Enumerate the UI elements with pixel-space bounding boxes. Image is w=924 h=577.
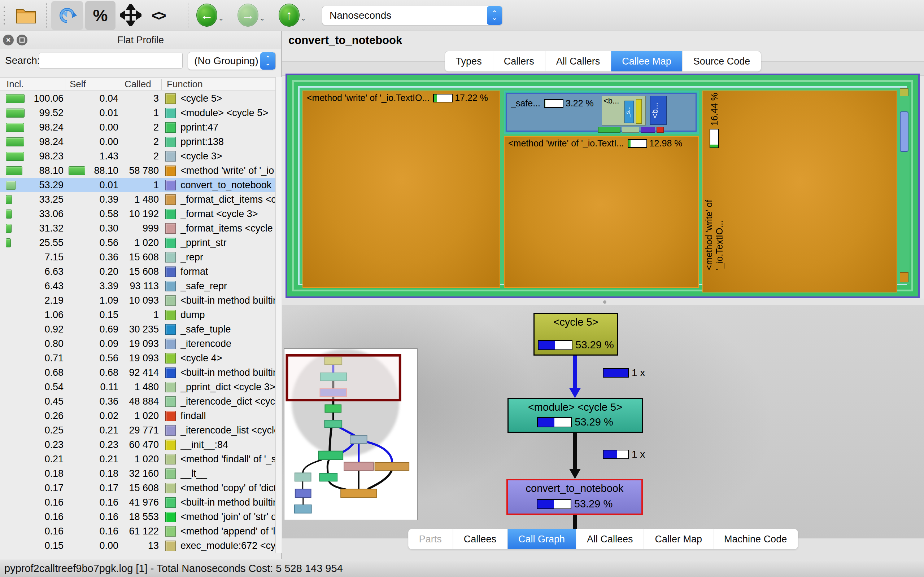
treemap-block-strip-green[interactable]	[598, 127, 620, 133]
tab-callee-map[interactable]: Callee Map	[611, 51, 682, 71]
treemap-block-s[interactable]: _s...	[624, 101, 634, 123]
back-button[interactable]: ← ⌄	[196, 3, 224, 27]
tab-callers[interactable]: Callers	[493, 51, 545, 71]
table-row[interactable]: 0.160.1641 976<built-in method builtin	[0, 495, 275, 509]
tab-call-graph[interactable]: Call Graph	[507, 529, 576, 549]
open-file-button[interactable]	[15, 3, 37, 27]
minimap-viewport[interactable]	[287, 355, 400, 400]
tab-types[interactable]: Types	[445, 51, 493, 71]
table-row[interactable]: 0.250.2129 771_iterencode_list <cycle	[0, 423, 275, 437]
forward-button[interactable]: → ⌄	[237, 3, 265, 27]
table-row[interactable]: 0.160.1618 553<method 'join' of 'str' o	[0, 509, 275, 524]
tab-parts[interactable]: Parts	[408, 529, 452, 549]
search-input[interactable]	[39, 53, 183, 69]
graph-node-module-cycle5[interactable]: <module> <cycle 5> 53.29 %	[507, 398, 643, 433]
treemap-block-write-left[interactable]: <method 'write' of '_io.TextIO... 17.22 …	[302, 90, 500, 288]
search-row: Search: (No Grouping) ⌃⌄	[0, 49, 281, 72]
minimap-node	[344, 462, 373, 471]
treemap-block-strip-pale[interactable]	[622, 127, 639, 133]
called-value: 4	[115, 553, 159, 553]
treemap-cost-bar	[433, 94, 452, 102]
table-row[interactable]: 88.1088.1058 780<method 'write' of '_io.…	[0, 163, 275, 178]
function-detail-panel: convert_to_notebook TypesCallersAll Call…	[282, 31, 924, 559]
table-row[interactable]: 0.150.0013exec_module:672 <cycl	[0, 538, 275, 553]
up-button[interactable]: ↑ ⌄	[279, 3, 307, 27]
treemap-group-safe[interactable]: _safe... 3.22 % <b... _s... <b...	[504, 90, 699, 134]
table-row[interactable]: 0.260.021 020findall	[0, 409, 275, 423]
table-row[interactable]: 0.170.1715 608<method 'copy' of 'dict	[0, 481, 275, 495]
relative-percent-toggle[interactable]: %	[85, 1, 115, 30]
table-row[interactable]: 98.240.002pprint:47	[0, 120, 275, 134]
table-row[interactable]: 0.680.6892 414<built-in method builtin	[0, 365, 275, 380]
table-row[interactable]: 25.550.561 020_pprint_str	[0, 235, 275, 250]
treemap-strip-column[interactable]	[899, 88, 909, 284]
table-row[interactable]: 1.060.151dump	[0, 308, 275, 322]
table-row[interactable]: 53.290.011convert_to_notebook	[0, 178, 275, 192]
grouping-select[interactable]: (No Grouping) ⌃⌄	[188, 52, 276, 70]
treemap-block-strip-red[interactable]	[657, 127, 664, 133]
status-text: pyprof2calltreef9bo7pgk.log [1] - Total …	[4, 560, 343, 577]
treemap-block-write-right[interactable]: 16.44 % <method 'write' of '_io.TextIO..…	[703, 90, 897, 292]
table-row[interactable]: 0.450.3648 884_iterencode_dict <cycle	[0, 394, 275, 409]
shorten-templates-toggle[interactable]: <>	[152, 3, 181, 28]
table-row[interactable]: 6.433.3993 113_safe_repr	[0, 279, 275, 293]
col-called[interactable]: Called	[124, 77, 151, 90]
col-incl[interactable]: Incl.	[6, 77, 24, 90]
table-row[interactable]: 0.210.211 020<method 'findall' of '_sr	[0, 452, 275, 466]
table-row[interactable]: 33.060.5810 192_format <cycle 3>	[0, 206, 275, 221]
table-header[interactable]: Incl. Self Called Function	[0, 77, 275, 91]
relative-to-parent-toggle[interactable]	[120, 4, 142, 26]
function-type-icon	[165, 483, 176, 493]
forward-dropdown-chevron[interactable]: ⌄	[259, 14, 265, 27]
graph-node-convert-to-notebook[interactable]: convert_to_notebook 53.29 %	[506, 479, 643, 515]
table-row[interactable]: 98.240.002pprint:138	[0, 134, 275, 149]
table-row[interactable]: 0.150.004	[0, 553, 275, 553]
table-row[interactable]: 7.150.3615 608_repr	[0, 250, 275, 264]
back-dropdown-chevron[interactable]: ⌄	[218, 14, 224, 27]
table-row[interactable]: 0.180.1832 160__lt__	[0, 466, 275, 481]
tab-all-callers[interactable]: All Callers	[545, 51, 611, 71]
treemap-strip-handle[interactable]	[900, 111, 908, 152]
table-row[interactable]: 99.520.011<module> <cycle 5>	[0, 106, 275, 120]
table-row[interactable]: 33.250.391 480_format_dict_items <cy	[0, 192, 275, 206]
cycle-detection-button[interactable]	[51, 1, 83, 30]
treemap-block-builtin[interactable]: <b... _s...	[602, 96, 646, 126]
call-graph-minimap[interactable]	[284, 348, 418, 520]
treemap-block-b2[interactable]: <b...	[650, 96, 667, 125]
splitter[interactable]	[282, 298, 924, 305]
treemap-block-yellow[interactable]	[636, 99, 642, 124]
col-self[interactable]: Self	[69, 77, 86, 90]
tab-callees[interactable]: Callees	[452, 529, 507, 549]
table-row[interactable]: 0.800.0919 093_iterencode	[0, 337, 275, 351]
close-icon: ✕	[6, 36, 11, 44]
col-function[interactable]: Function	[167, 77, 203, 90]
table-row[interactable]: 0.920.6930 235_safe_tuple	[0, 322, 275, 337]
table-row[interactable]: 0.160.1661 122<method 'append' of 'li	[0, 524, 275, 538]
table-row[interactable]: 2.191.0910 093<built-in method builtin	[0, 293, 275, 308]
graph-node-cycle5[interactable]: <cycle 5> 53.29 %	[533, 313, 618, 356]
table-row[interactable]: 0.230.2360 470__init__:84	[0, 437, 275, 452]
up-dropdown-chevron[interactable]: ⌄	[300, 14, 307, 27]
detach-panel-button[interactable]	[16, 35, 27, 45]
function-type-icon	[165, 166, 176, 176]
tab-caller-map[interactable]: Caller Map	[644, 529, 713, 549]
tab-all-callees[interactable]: All Callees	[576, 529, 644, 549]
table-row[interactable]: 100.060.043<cycle 5>	[0, 91, 275, 106]
event-type-select[interactable]: Nanoseconds ⌃⌄	[322, 6, 502, 25]
treemap-block-write-mid[interactable]: <method 'write' of '_io.TextI... 12.98 %	[504, 136, 699, 288]
table-row[interactable]: 6.630.2015 608format	[0, 264, 275, 279]
table-scrollbar[interactable]	[275, 77, 281, 553]
table-row[interactable]: 31.320.30999_format_items <cycle 3	[0, 221, 275, 235]
table-row[interactable]: 98.231.432<cycle 3>	[0, 149, 275, 163]
treemap-block-strip-purple[interactable]	[641, 127, 655, 133]
callee-map[interactable]: <method 'write' of '_io.TextIO... 17.22 …	[286, 74, 920, 298]
close-panel-button[interactable]: ✕	[3, 35, 14, 45]
table-row[interactable]: 0.540.111 480_pprint_dict <cycle 3>	[0, 380, 275, 394]
called-value: 15 608	[115, 250, 159, 264]
tab-source-code[interactable]: Source Code	[682, 51, 761, 71]
tab-machine-code[interactable]: Machine Code	[713, 529, 798, 549]
toolbar-drag-handle[interactable]	[3, 6, 6, 24]
table-row[interactable]: 0.710.5619 093<cycle 4>	[0, 351, 275, 365]
function-type-icon	[165, 497, 176, 508]
call-graph[interactable]: <cycle 5> 53.29 % 1 x <module> <cycle 5>…	[282, 305, 924, 538]
